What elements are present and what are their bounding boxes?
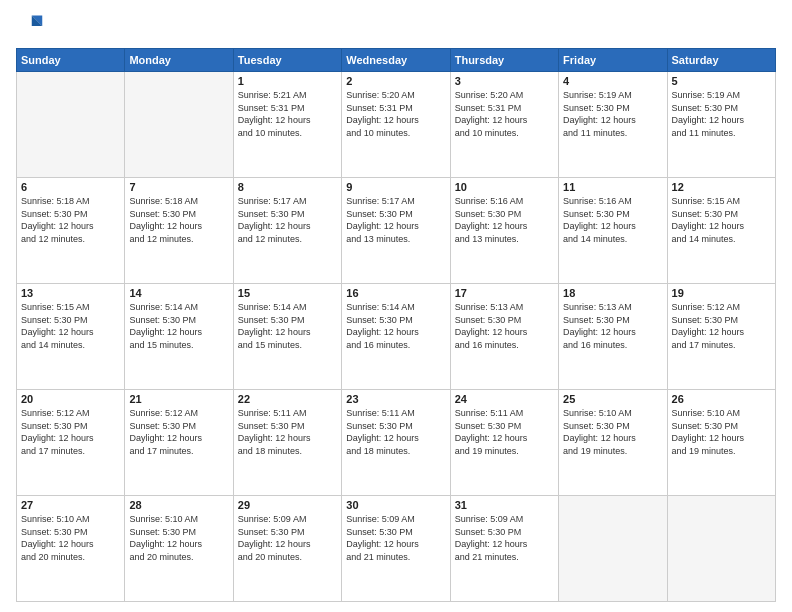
calendar-cell: 1Sunrise: 5:21 AM Sunset: 5:31 PM Daylig… xyxy=(233,72,341,178)
page: SundayMondayTuesdayWednesdayThursdayFrid… xyxy=(0,0,792,612)
calendar-cell xyxy=(125,72,233,178)
calendar-cell: 9Sunrise: 5:17 AM Sunset: 5:30 PM Daylig… xyxy=(342,178,450,284)
day-info: Sunrise: 5:18 AM Sunset: 5:30 PM Dayligh… xyxy=(21,195,120,245)
day-number: 8 xyxy=(238,181,337,193)
day-info: Sunrise: 5:12 AM Sunset: 5:30 PM Dayligh… xyxy=(21,407,120,457)
day-number: 22 xyxy=(238,393,337,405)
day-number: 17 xyxy=(455,287,554,299)
col-header-friday: Friday xyxy=(559,49,667,72)
calendar-cell: 26Sunrise: 5:10 AM Sunset: 5:30 PM Dayli… xyxy=(667,390,775,496)
calendar-cell xyxy=(17,72,125,178)
day-number: 26 xyxy=(672,393,771,405)
day-info: Sunrise: 5:17 AM Sunset: 5:30 PM Dayligh… xyxy=(346,195,445,245)
day-info: Sunrise: 5:10 AM Sunset: 5:30 PM Dayligh… xyxy=(672,407,771,457)
calendar-cell: 10Sunrise: 5:16 AM Sunset: 5:30 PM Dayli… xyxy=(450,178,558,284)
day-number: 5 xyxy=(672,75,771,87)
day-number: 21 xyxy=(129,393,228,405)
day-number: 13 xyxy=(21,287,120,299)
day-info: Sunrise: 5:10 AM Sunset: 5:30 PM Dayligh… xyxy=(129,513,228,563)
calendar-cell: 2Sunrise: 5:20 AM Sunset: 5:31 PM Daylig… xyxy=(342,72,450,178)
day-number: 27 xyxy=(21,499,120,511)
calendar-cell: 12Sunrise: 5:15 AM Sunset: 5:30 PM Dayli… xyxy=(667,178,775,284)
day-info: Sunrise: 5:14 AM Sunset: 5:30 PM Dayligh… xyxy=(129,301,228,351)
calendar-cell: 27Sunrise: 5:10 AM Sunset: 5:30 PM Dayli… xyxy=(17,496,125,602)
calendar-cell: 24Sunrise: 5:11 AM Sunset: 5:30 PM Dayli… xyxy=(450,390,558,496)
day-number: 1 xyxy=(238,75,337,87)
day-info: Sunrise: 5:09 AM Sunset: 5:30 PM Dayligh… xyxy=(238,513,337,563)
calendar-cell xyxy=(559,496,667,602)
calendar-cell: 25Sunrise: 5:10 AM Sunset: 5:30 PM Dayli… xyxy=(559,390,667,496)
day-info: Sunrise: 5:20 AM Sunset: 5:31 PM Dayligh… xyxy=(346,89,445,139)
day-number: 28 xyxy=(129,499,228,511)
day-number: 25 xyxy=(563,393,662,405)
day-number: 2 xyxy=(346,75,445,87)
day-number: 10 xyxy=(455,181,554,193)
day-number: 7 xyxy=(129,181,228,193)
calendar-table: SundayMondayTuesdayWednesdayThursdayFrid… xyxy=(16,48,776,602)
calendar-cell: 5Sunrise: 5:19 AM Sunset: 5:30 PM Daylig… xyxy=(667,72,775,178)
calendar-cell: 23Sunrise: 5:11 AM Sunset: 5:30 PM Dayli… xyxy=(342,390,450,496)
calendar-cell: 31Sunrise: 5:09 AM Sunset: 5:30 PM Dayli… xyxy=(450,496,558,602)
day-number: 24 xyxy=(455,393,554,405)
calendar-cell: 28Sunrise: 5:10 AM Sunset: 5:30 PM Dayli… xyxy=(125,496,233,602)
day-info: Sunrise: 5:21 AM Sunset: 5:31 PM Dayligh… xyxy=(238,89,337,139)
calendar-cell: 13Sunrise: 5:15 AM Sunset: 5:30 PM Dayli… xyxy=(17,284,125,390)
day-info: Sunrise: 5:11 AM Sunset: 5:30 PM Dayligh… xyxy=(238,407,337,457)
col-header-monday: Monday xyxy=(125,49,233,72)
calendar-cell: 11Sunrise: 5:16 AM Sunset: 5:30 PM Dayli… xyxy=(559,178,667,284)
calendar-cell: 14Sunrise: 5:14 AM Sunset: 5:30 PM Dayli… xyxy=(125,284,233,390)
logo xyxy=(16,12,48,40)
calendar-cell: 8Sunrise: 5:17 AM Sunset: 5:30 PM Daylig… xyxy=(233,178,341,284)
calendar-cell: 6Sunrise: 5:18 AM Sunset: 5:30 PM Daylig… xyxy=(17,178,125,284)
calendar-cell: 19Sunrise: 5:12 AM Sunset: 5:30 PM Dayli… xyxy=(667,284,775,390)
calendar-cell: 30Sunrise: 5:09 AM Sunset: 5:30 PM Dayli… xyxy=(342,496,450,602)
day-info: Sunrise: 5:14 AM Sunset: 5:30 PM Dayligh… xyxy=(346,301,445,351)
col-header-thursday: Thursday xyxy=(450,49,558,72)
day-info: Sunrise: 5:12 AM Sunset: 5:30 PM Dayligh… xyxy=(672,301,771,351)
calendar-cell: 16Sunrise: 5:14 AM Sunset: 5:30 PM Dayli… xyxy=(342,284,450,390)
calendar-cell: 3Sunrise: 5:20 AM Sunset: 5:31 PM Daylig… xyxy=(450,72,558,178)
day-number: 12 xyxy=(672,181,771,193)
calendar-cell: 7Sunrise: 5:18 AM Sunset: 5:30 PM Daylig… xyxy=(125,178,233,284)
col-header-tuesday: Tuesday xyxy=(233,49,341,72)
day-info: Sunrise: 5:19 AM Sunset: 5:30 PM Dayligh… xyxy=(563,89,662,139)
day-number: 20 xyxy=(21,393,120,405)
day-number: 19 xyxy=(672,287,771,299)
day-info: Sunrise: 5:20 AM Sunset: 5:31 PM Dayligh… xyxy=(455,89,554,139)
day-info: Sunrise: 5:16 AM Sunset: 5:30 PM Dayligh… xyxy=(455,195,554,245)
day-info: Sunrise: 5:11 AM Sunset: 5:30 PM Dayligh… xyxy=(346,407,445,457)
calendar-cell: 17Sunrise: 5:13 AM Sunset: 5:30 PM Dayli… xyxy=(450,284,558,390)
week-row-5: 27Sunrise: 5:10 AM Sunset: 5:30 PM Dayli… xyxy=(17,496,776,602)
col-header-saturday: Saturday xyxy=(667,49,775,72)
day-info: Sunrise: 5:12 AM Sunset: 5:30 PM Dayligh… xyxy=(129,407,228,457)
day-info: Sunrise: 5:11 AM Sunset: 5:30 PM Dayligh… xyxy=(455,407,554,457)
day-number: 18 xyxy=(563,287,662,299)
day-number: 29 xyxy=(238,499,337,511)
day-number: 11 xyxy=(563,181,662,193)
day-info: Sunrise: 5:13 AM Sunset: 5:30 PM Dayligh… xyxy=(455,301,554,351)
week-row-4: 20Sunrise: 5:12 AM Sunset: 5:30 PM Dayli… xyxy=(17,390,776,496)
week-row-2: 6Sunrise: 5:18 AM Sunset: 5:30 PM Daylig… xyxy=(17,178,776,284)
calendar-cell: 15Sunrise: 5:14 AM Sunset: 5:30 PM Dayli… xyxy=(233,284,341,390)
day-info: Sunrise: 5:19 AM Sunset: 5:30 PM Dayligh… xyxy=(672,89,771,139)
calendar-cell: 21Sunrise: 5:12 AM Sunset: 5:30 PM Dayli… xyxy=(125,390,233,496)
day-info: Sunrise: 5:13 AM Sunset: 5:30 PM Dayligh… xyxy=(563,301,662,351)
day-info: Sunrise: 5:10 AM Sunset: 5:30 PM Dayligh… xyxy=(563,407,662,457)
day-number: 23 xyxy=(346,393,445,405)
day-number: 9 xyxy=(346,181,445,193)
calendar-header-row: SundayMondayTuesdayWednesdayThursdayFrid… xyxy=(17,49,776,72)
day-info: Sunrise: 5:09 AM Sunset: 5:30 PM Dayligh… xyxy=(346,513,445,563)
calendar-cell: 18Sunrise: 5:13 AM Sunset: 5:30 PM Dayli… xyxy=(559,284,667,390)
day-info: Sunrise: 5:14 AM Sunset: 5:30 PM Dayligh… xyxy=(238,301,337,351)
col-header-wednesday: Wednesday xyxy=(342,49,450,72)
day-info: Sunrise: 5:15 AM Sunset: 5:30 PM Dayligh… xyxy=(672,195,771,245)
day-number: 4 xyxy=(563,75,662,87)
day-number: 30 xyxy=(346,499,445,511)
day-info: Sunrise: 5:18 AM Sunset: 5:30 PM Dayligh… xyxy=(129,195,228,245)
logo-icon xyxy=(16,12,44,40)
day-info: Sunrise: 5:16 AM Sunset: 5:30 PM Dayligh… xyxy=(563,195,662,245)
day-number: 31 xyxy=(455,499,554,511)
header xyxy=(16,12,776,40)
day-number: 16 xyxy=(346,287,445,299)
day-info: Sunrise: 5:09 AM Sunset: 5:30 PM Dayligh… xyxy=(455,513,554,563)
